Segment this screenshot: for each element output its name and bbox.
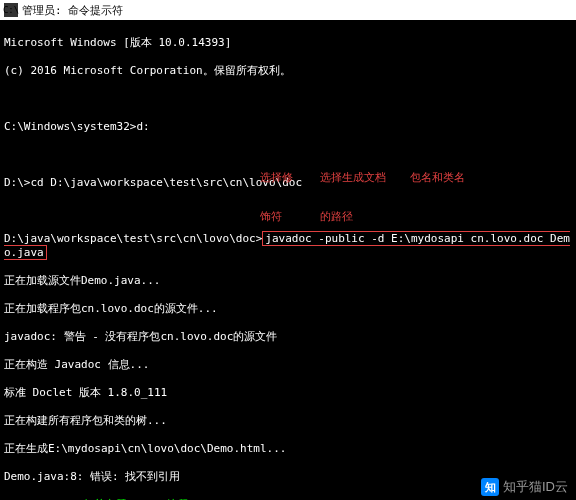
output-line: 正在加载源文件Demo.java... [4, 274, 572, 288]
annotation-package-class: 包名和类名 [410, 145, 465, 197]
blank [4, 92, 572, 106]
prompt-line: C:\Windows\system32>d: [4, 120, 572, 134]
copyright-line: (c) 2016 Microsoft Corporation。保留所有权利。 [4, 64, 572, 78]
watermark: 知 知乎猫ID云 [481, 478, 568, 496]
annotation-modifier: 选择修 饰符 [260, 145, 293, 236]
cmd-icon: C:\ [4, 3, 18, 17]
javadoc-command-line: D:\java\workspace\test\src\cn\lovo\doc>j… [4, 232, 572, 260]
output-line: 正在构建所有程序包和类的树... [4, 414, 572, 428]
output-line: javadoc: 警告 - 没有程序包cn.lovo.doc的源文件 [4, 330, 572, 344]
version-line: Microsoft Windows [版本 10.0.14393] [4, 36, 572, 50]
output-line: 正在构造 Javadoc 信息... [4, 358, 572, 372]
output-line: 正在加载程序包cn.lovo.doc的源文件... [4, 302, 572, 316]
annotation-path: 选择生成文档 的路径 [320, 145, 386, 236]
output-line: 标准 Doclet 版本 1.8.0_111 [4, 386, 572, 400]
terminal-content[interactable]: Microsoft Windows [版本 10.0.14393] (c) 20… [0, 20, 576, 500]
zhihu-icon: 知 [481, 478, 499, 496]
watermark-text: 知乎猫ID云 [503, 478, 568, 496]
title-bar: C:\ 管理员: 命令提示符 [0, 0, 576, 20]
output-line: 正在生成E:\mydosapi\cn\lovo\doc\Demo.html... [4, 442, 572, 456]
title-text: 管理员: 命令提示符 [22, 3, 123, 18]
